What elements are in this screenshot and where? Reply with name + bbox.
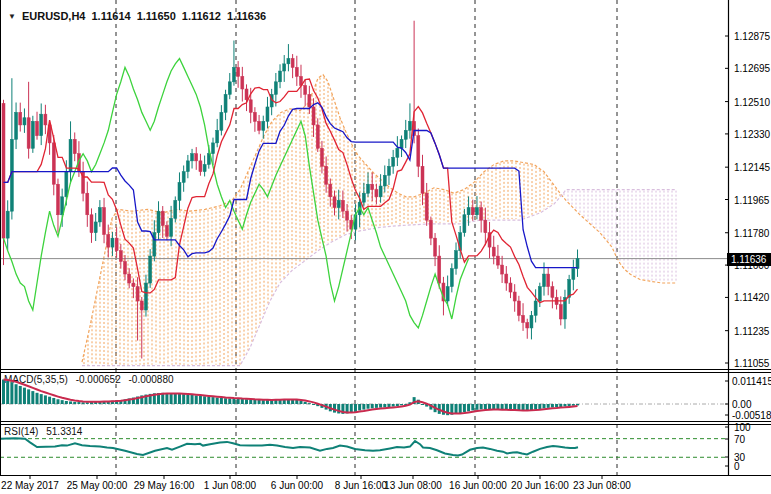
candle-body: [224, 94, 227, 112]
rsi-line: [0, 438, 578, 455]
candle-body: [170, 218, 173, 236]
macd-histogram-bar: [400, 404, 403, 405]
candle-body: [287, 58, 290, 63]
macd-histogram-bar: [56, 399, 59, 404]
macd-histogram-bar: [27, 389, 30, 404]
candle-body: [547, 274, 550, 287]
macd-histogram-bar: [170, 393, 173, 404]
macd-histogram-bar: [392, 404, 395, 407]
candle-body: [220, 112, 223, 130]
candle-body: [36, 121, 39, 135]
macd-histogram-bar: [73, 402, 76, 404]
macd-histogram-bar: [69, 401, 72, 404]
candle-body: [182, 172, 185, 183]
candle-body: [15, 112, 18, 139]
candle-body: [23, 118, 26, 125]
candle-body: [337, 200, 340, 207]
candle-body: [530, 315, 533, 328]
macd-histogram-bar: [52, 398, 55, 404]
candle-body: [90, 215, 93, 233]
macd-histogram-bar: [36, 393, 39, 404]
candle-body: [115, 238, 118, 251]
candle-body: [475, 208, 478, 215]
candle-body: [56, 184, 59, 215]
candle-body: [2, 103, 5, 238]
macd-histogram-bar: [23, 388, 26, 404]
macd-histogram-bar: [237, 399, 240, 404]
candle-body: [463, 215, 466, 233]
candle-body: [262, 121, 265, 130]
macd-histogram-bar: [199, 396, 202, 404]
macd-histogram-bar: [442, 404, 445, 415]
macd-histogram-bar: [241, 399, 244, 404]
candle-body: [149, 256, 152, 283]
candle-body: [124, 261, 127, 274]
macd-histogram-bar: [396, 404, 399, 406]
macd-histogram-bar: [212, 397, 215, 404]
candle-body: [534, 301, 537, 315]
candle-body: [186, 161, 189, 172]
macd-histogram-bar: [375, 404, 378, 408]
macd-histogram-bar: [220, 398, 223, 404]
macd-histogram-bar: [534, 404, 537, 410]
candle-body: [341, 200, 344, 211]
macd-histogram-bar: [492, 404, 495, 409]
macd-histogram-bar: [245, 399, 248, 404]
macd-histogram-bar: [174, 393, 177, 404]
macd-histogram-bar: [304, 402, 307, 404]
candle-body: [216, 130, 219, 143]
candle-body: [144, 283, 147, 310]
candle-body: [165, 226, 168, 237]
candle-body: [383, 175, 386, 186]
candle-body: [295, 67, 298, 76]
macd-histogram-bar: [383, 404, 386, 407]
macd-histogram-bar: [459, 404, 462, 413]
chart-window: ▼ EURUSD,H4 1.11614 1.11650 1.11612 1.11…: [0, 0, 771, 494]
candle-body: [501, 265, 504, 274]
candle-body: [308, 94, 311, 107]
macd-histogram-bar: [463, 404, 466, 412]
candle-body: [375, 190, 378, 197]
candle-body: [98, 208, 101, 222]
candle-body: [304, 85, 307, 94]
candle-body: [492, 247, 495, 256]
candle-body: [538, 287, 541, 301]
macd-histogram-bar: [207, 397, 210, 404]
candle-body: [65, 172, 68, 197]
macd-histogram-bar: [358, 404, 361, 410]
current-price-badge: 1.11636: [727, 253, 771, 266]
macd-histogram-bar: [421, 404, 424, 405]
macd-histogram-bar: [367, 404, 370, 409]
macd-histogram-bar: [228, 398, 231, 404]
macd-histogram-bar: [312, 404, 315, 405]
candle-body: [44, 114, 47, 125]
candle-body: [559, 305, 562, 319]
macd-histogram-bar: [65, 401, 68, 404]
candle-body: [333, 197, 336, 208]
macd-histogram-bar: [203, 396, 206, 404]
chart-canvas[interactable]: [0, 0, 771, 494]
candle-body: [421, 166, 424, 193]
macd-histogram-bar: [77, 402, 80, 404]
macd-histogram-bar: [547, 404, 550, 408]
macd-histogram-bar: [379, 404, 382, 408]
macd-histogram-bar: [6, 381, 9, 404]
kijun-sen-line: [4, 103, 578, 268]
macd-histogram-bar: [31, 391, 34, 404]
candle-body: [496, 256, 499, 265]
candle-body: [438, 256, 441, 283]
candle-body: [174, 200, 177, 218]
macd-histogram-bar: [530, 404, 533, 410]
candle-body: [429, 220, 432, 238]
candle-body: [6, 211, 9, 238]
candle-body: [455, 251, 458, 269]
candle-body: [434, 238, 437, 256]
macd-histogram-bar: [555, 404, 558, 407]
macd-histogram-bar: [10, 383, 13, 405]
candle-body: [195, 154, 198, 161]
candle-body: [362, 193, 365, 202]
candle-body: [178, 182, 181, 200]
macd-histogram-bar: [178, 394, 181, 404]
candle-body: [387, 166, 390, 175]
candle-body: [572, 269, 575, 280]
